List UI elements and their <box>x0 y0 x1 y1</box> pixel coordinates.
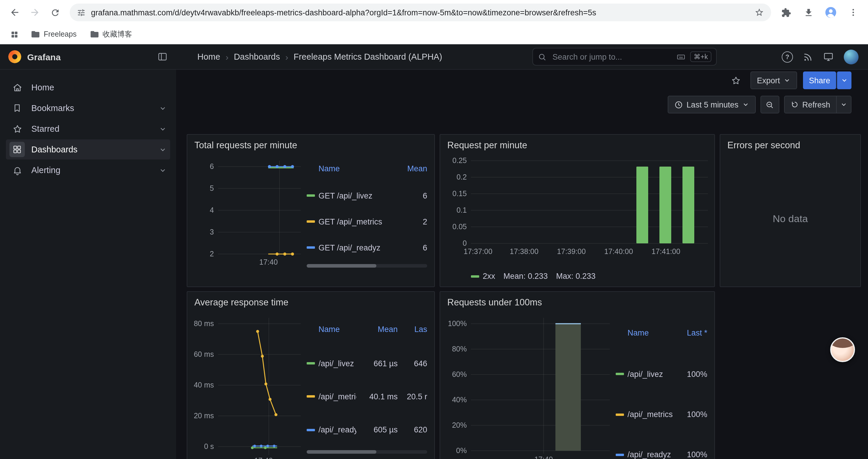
series-name[interactable]: 2xx <box>471 272 495 281</box>
refresh-icon <box>790 100 799 109</box>
series-color-chip <box>307 220 315 223</box>
search-icon <box>538 52 547 61</box>
series-mean-value: 40.1 ms <box>360 380 398 413</box>
zoom-out-button[interactable] <box>760 96 779 113</box>
share-label: Share <box>809 76 830 85</box>
legend-scrollbar[interactable] <box>307 450 427 454</box>
floating-assistant-avatar[interactable] <box>830 337 855 362</box>
series-last-value: 20.5 r <box>401 380 427 413</box>
forward-button[interactable] <box>25 2 45 23</box>
legend-header-mean[interactable]: Mean <box>407 156 427 183</box>
sidebar-item-starred[interactable]: Starred <box>6 119 170 139</box>
breadcrumb-dashboards[interactable]: Dashboards <box>234 52 280 61</box>
monitor-icon[interactable] <box>823 52 834 62</box>
chevron-down-icon <box>783 77 790 84</box>
legend-header-name[interactable]: Name <box>616 313 682 354</box>
sidebar-toggle-button[interactable] <box>157 52 168 62</box>
chevron-down-icon[interactable] <box>159 104 167 112</box>
time-range-label: Last 5 minutes <box>687 100 739 109</box>
legend-header-mean[interactable]: Mean <box>360 313 398 347</box>
reload-button[interactable] <box>45 2 65 23</box>
sidebar-item-dashboards[interactable]: Dashboards <box>6 139 170 160</box>
zoom-out-icon <box>765 100 774 109</box>
extensions-button[interactable] <box>776 2 796 23</box>
series-color-chip <box>616 454 624 456</box>
apps-grid-button[interactable] <box>6 26 23 42</box>
profile-button[interactable] <box>821 2 841 23</box>
search-input[interactable] <box>551 52 672 62</box>
bookmark-star-icon[interactable] <box>754 8 764 17</box>
legend-header-name[interactable]: Name <box>307 156 402 183</box>
refresh-interval-button[interactable] <box>837 96 851 113</box>
sidebar-item-bookmarks[interactable]: Bookmarks <box>6 98 170 118</box>
panel-title[interactable]: Total requests per minute <box>194 139 427 151</box>
legend-header-name[interactable]: Name <box>307 313 356 347</box>
app-header: Grafana Home › Dashboards › Freeleaps Me… <box>0 44 868 70</box>
series-mean-value: 6 <box>407 234 427 261</box>
legend-table: Name Last * /api/_livez 100% /api/_metri… <box>616 313 707 459</box>
panel-title[interactable]: Errors per second <box>727 139 853 151</box>
help-icon[interactable]: ? <box>782 51 793 62</box>
series-name[interactable]: /api/_readyz <box>307 413 356 446</box>
export-button[interactable]: Export <box>750 71 797 89</box>
series-name[interactable]: /api/_metrics <box>616 394 682 435</box>
series-mean-value: 2 <box>407 208 427 234</box>
chevron-down-icon <box>841 77 848 84</box>
url-input[interactable] <box>91 8 749 17</box>
reload-icon <box>50 7 60 18</box>
panel-average-response-time: Average response time 80 ms 60 ms 40 ms <box>187 291 435 459</box>
time-range-picker[interactable]: Last 5 minutes <box>668 96 756 113</box>
favorite-star-button[interactable] <box>728 72 745 89</box>
panel-title[interactable]: Request per minute <box>447 139 707 151</box>
chevron-down-icon <box>742 101 749 108</box>
legend-header-last[interactable]: Las <box>401 313 427 347</box>
bookmark-folder-freeleaps[interactable]: Freeleaps <box>26 28 81 41</box>
chevron-down-icon[interactable] <box>159 166 167 174</box>
legend-table: Name Mean GET /api/_livez 6 GET /api/_me… <box>307 156 427 282</box>
series-name[interactable]: GET /api/_readyz <box>307 234 402 261</box>
series-name[interactable]: GET /api/_livez <box>307 183 402 208</box>
chevron-down-icon <box>840 101 847 108</box>
legend-scrollbar[interactable] <box>307 264 427 268</box>
panel-title[interactable]: Requests under 100ms <box>447 297 707 308</box>
series-name[interactable]: GET /api/_metrics <box>307 208 402 234</box>
back-button[interactable] <box>5 2 25 23</box>
series-name[interactable]: /api/_metrics <box>307 380 356 413</box>
alerting-bell-icon <box>9 162 25 178</box>
bookmark-folder-blogs[interactable]: 收藏博客 <box>85 28 137 41</box>
scrollbar-thumb[interactable] <box>307 264 377 268</box>
apps-grid-icon <box>10 30 19 39</box>
series-name[interactable]: /api/_livez <box>616 354 682 395</box>
search-bar[interactable]: ⌘+k <box>532 48 717 66</box>
browser-menu-button[interactable] <box>843 2 863 23</box>
sidebar-item-alerting[interactable]: Alerting <box>6 160 170 180</box>
legend-header-last[interactable]: Last * <box>687 313 707 354</box>
breadcrumb-home[interactable]: Home <box>197 52 220 61</box>
news-rss-icon[interactable] <box>803 52 813 62</box>
site-info-icon[interactable] <box>77 8 86 17</box>
series-name[interactable]: /api/_readyz <box>616 435 682 459</box>
downloads-button[interactable] <box>798 2 818 23</box>
chevron-down-icon[interactable] <box>159 125 167 133</box>
dashboard-actions: Export Share <box>176 70 868 91</box>
y-axis: 100% 80% 60% 40% 20% 0% <box>447 313 471 454</box>
url-bar[interactable] <box>70 4 771 21</box>
refresh-button[interactable]: Refresh <box>784 96 837 113</box>
user-avatar[interactable] <box>844 49 859 64</box>
series-name[interactable]: /api/_livez <box>307 347 356 380</box>
scrollbar-thumb[interactable] <box>307 450 377 454</box>
timeseries-plot <box>218 156 301 256</box>
share-menu-button[interactable] <box>837 71 851 89</box>
grafana-app: Grafana Home › Dashboards › Freeleaps Me… <box>0 44 868 459</box>
share-button[interactable]: Share <box>803 71 836 89</box>
export-label: Export <box>757 76 780 85</box>
home-icon <box>9 80 25 95</box>
panel-title[interactable]: Average response time <box>194 297 427 308</box>
grafana-logo[interactable] <box>8 50 21 63</box>
series-color-chip <box>307 246 315 249</box>
sidebar-item-home[interactable]: Home <box>6 77 170 97</box>
screen: Freeleaps 收藏博客 Grafana Home › Dashboards <box>0 0 868 459</box>
sidebar-item-label: Dashboards <box>31 145 78 154</box>
forward-icon <box>30 7 40 18</box>
chevron-down-icon[interactable] <box>159 145 167 153</box>
